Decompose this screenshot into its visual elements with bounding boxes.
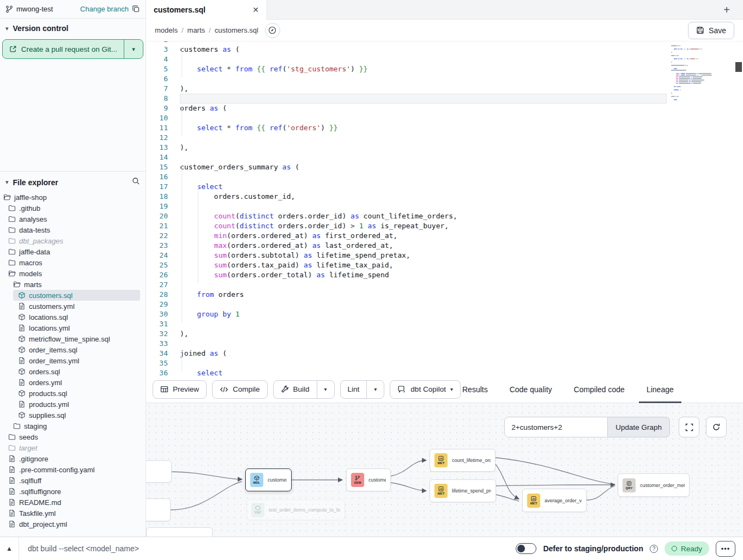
- version-control-header[interactable]: ▾ Version control: [0, 19, 146, 37]
- code-line-8[interactable]: 8: [146, 94, 743, 104]
- file-tree-item--sqlfluffignore[interactable]: .sqlfluffignore: [0, 486, 146, 497]
- code-line-4[interactable]: 4: [146, 54, 743, 64]
- expand-panel-caret[interactable]: ▲: [0, 545, 19, 552]
- code-line-17[interactable]: 17 select: [146, 182, 743, 192]
- lineage-node-partial-bottom[interactable]: [146, 527, 213, 537]
- file-tree-item-macros[interactable]: macros: [0, 257, 146, 268]
- file-tree-item-models[interactable]: models: [0, 268, 146, 279]
- file-tree-item-data-tests[interactable]: data-tests: [0, 224, 146, 235]
- code-line-36[interactable]: 36 select: [146, 368, 743, 376]
- code-line-10[interactable]: 10: [146, 113, 743, 123]
- minimap[interactable]: [671, 44, 717, 101]
- code-line-11[interactable]: 11 select * from {{ ref('orders') }}: [146, 123, 743, 133]
- code-line-9[interactable]: 9orders as (: [146, 104, 743, 113]
- code-line-5[interactable]: 5 select * from {{ ref('stg_customers') …: [146, 64, 743, 74]
- file-tree-item-dbt-packages[interactable]: dbt_packages: [0, 235, 146, 246]
- breadcrumb-models[interactable]: models: [155, 26, 178, 34]
- code-line-27[interactable]: 27: [146, 280, 743, 290]
- scrollbar-thumb[interactable]: [735, 62, 742, 72]
- file-tree-item-staging[interactable]: staging: [0, 421, 146, 431]
- file-tree-item--sqlfluff[interactable]: .sqlfluff: [0, 475, 146, 486]
- defer-toggle[interactable]: [516, 543, 536, 554]
- editor-scrollbar[interactable]: [735, 41, 742, 376]
- code-line-7[interactable]: 7),: [146, 84, 743, 94]
- close-icon[interactable]: ✕: [252, 5, 259, 14]
- create-pr-button[interactable]: Create a pull request on Git... ▾: [2, 39, 143, 59]
- refresh-button[interactable]: [706, 417, 727, 437]
- file-tree-item-order-items-sql[interactable]: order_items.sql: [0, 344, 146, 355]
- lineage-node-average_order_value[interactable]: METaverage_order_value: [522, 489, 587, 512]
- tab-customers-sql[interactable]: customers.sql ✕: [146, 0, 267, 20]
- file-tree-item-target[interactable]: target: [0, 442, 146, 453]
- code-line-20[interactable]: 20 count(distinct orders.order_id) as co…: [146, 211, 743, 221]
- panel-tab-lineage[interactable]: Lineage: [647, 376, 674, 403]
- code-line-33[interactable]: 33: [146, 339, 743, 349]
- code-line-19[interactable]: 19: [146, 202, 743, 211]
- lint-button[interactable]: Lint: [341, 381, 367, 398]
- fullscreen-button[interactable]: [679, 417, 699, 437]
- file-tree-item--github[interactable]: .github: [0, 203, 146, 214]
- code-line-15[interactable]: 15customer_orders_summary as (: [146, 162, 743, 172]
- code-line-32[interactable]: 32),: [146, 329, 743, 339]
- file-tree-item-locations-sql[interactable]: locations.sql: [0, 312, 146, 322]
- copilot-dropdown-caret[interactable]: ▾: [450, 386, 453, 392]
- explore-compass-button[interactable]: [265, 23, 280, 38]
- file-tree-item-taskfile-yml[interactable]: Taskfile.yml: [0, 508, 146, 519]
- code-line-35[interactable]: 35: [146, 358, 743, 368]
- panel-tab-results[interactable]: Results: [462, 376, 488, 403]
- lineage-node-lifetime_spend_pretax[interactable]: METlifetime_spend_pretax: [430, 479, 496, 502]
- file-tree-item-readme-md[interactable]: README.md: [0, 497, 146, 508]
- file-tree-item-supplies-sql[interactable]: supplies.sql: [0, 410, 146, 421]
- compile-button[interactable]: Compile: [212, 380, 268, 399]
- file-tree-item-jaffle-data[interactable]: jaffle-data: [0, 246, 146, 257]
- dbt-copilot-button[interactable]: dbt Copilot ▾: [390, 380, 461, 399]
- file-tree-item-orders-yml[interactable]: orders.yml: [0, 377, 146, 388]
- code-line-14[interactable]: 14: [146, 153, 743, 162]
- new-tab-button[interactable]: +: [719, 2, 734, 17]
- file-tree-item-locations-yml[interactable]: locations.yml: [0, 322, 146, 333]
- change-branch-link[interactable]: Change branch: [80, 5, 129, 13]
- lineage-node-customers-semantic[interactable]: SEMcustomers: [346, 468, 391, 491]
- lineage-node-orders-src[interactable]: orders: [146, 498, 171, 521]
- help-icon[interactable]: ?: [650, 545, 658, 553]
- panel-tab-compiled-code[interactable]: Compiled code: [574, 376, 625, 403]
- file-tree-item-marts[interactable]: marts: [0, 279, 146, 290]
- file-tree-item-dbt-project-yml[interactable]: dbt_project.yml: [0, 519, 146, 529]
- code-line-31[interactable]: 31: [146, 319, 743, 329]
- code-line-29[interactable]: 29: [146, 300, 743, 309]
- code-line-21[interactable]: 21 count(distinct orders.order_id) > 1 a…: [146, 221, 743, 231]
- more-options-button[interactable]: •••: [716, 541, 735, 557]
- save-button[interactable]: Save: [688, 22, 734, 39]
- code-line-26[interactable]: 26 sum(orders.order_total) as lifetime_s…: [146, 270, 743, 280]
- file-tree-item-analyses[interactable]: analyses: [0, 214, 146, 224]
- lineage-panel[interactable]: stg_customersordersMDLcustomersTSTtest_o…: [146, 403, 743, 537]
- file-tree-item-orders-sql[interactable]: orders.sql: [0, 366, 146, 377]
- code-line-23[interactable]: 23 max(orders.ordered_at) as last_ordere…: [146, 241, 743, 251]
- file-tree-item--gitignore[interactable]: .gitignore: [0, 453, 146, 464]
- lineage-node-customer_order_metrics[interactable]: QRYcustomer_order_metrics: [618, 473, 690, 497]
- file-tree-item-customers-sql[interactable]: customers.sql: [13, 290, 140, 301]
- code-line-28[interactable]: 28 from orders: [146, 290, 743, 300]
- dbt-command-input[interactable]: dbt build --select <model_name>: [28, 544, 139, 553]
- file-tree-item-customers-yml[interactable]: customers.yml: [0, 301, 146, 312]
- pr-dropdown-caret[interactable]: ▾: [124, 40, 143, 58]
- file-tree-item-metricflow-time-spine-sql[interactable]: metricflow_time_spine.sql: [0, 333, 146, 344]
- update-graph-button[interactable]: Update Graph: [608, 417, 670, 437]
- code-line-13[interactable]: 13),: [146, 143, 743, 153]
- build-dropdown-caret[interactable]: ▾: [317, 381, 334, 398]
- code-line-30[interactable]: 30 group by 1: [146, 309, 743, 319]
- breadcrumb-marts[interactable]: marts: [188, 26, 206, 34]
- lint-dropdown-caret[interactable]: ▾: [366, 381, 384, 398]
- lineage-selector-input[interactable]: [504, 417, 608, 437]
- file-tree-item-products-sql[interactable]: products.sql: [0, 388, 146, 399]
- file-tree-item-products-yml[interactable]: products.yml: [0, 399, 146, 410]
- lineage-node-customers-model[interactable]: MDLcustomers: [245, 468, 292, 491]
- code-line-3[interactable]: 3customers as (: [146, 45, 743, 54]
- code-line-25[interactable]: 25 sum(orders.tax_paid) as lifetime_tax_…: [146, 260, 743, 270]
- code-line-24[interactable]: 24 sum(orders.subtotal) as lifetime_spen…: [146, 251, 743, 260]
- build-button[interactable]: Build: [274, 381, 317, 398]
- copy-icon[interactable]: [132, 5, 140, 13]
- panel-tab-code-quality[interactable]: Code quality: [510, 376, 552, 403]
- file-tree-item--pre-commit-config-yaml[interactable]: .pre-commit-config.yaml: [0, 464, 146, 475]
- breadcrumb-file[interactable]: customers.sql: [215, 26, 258, 34]
